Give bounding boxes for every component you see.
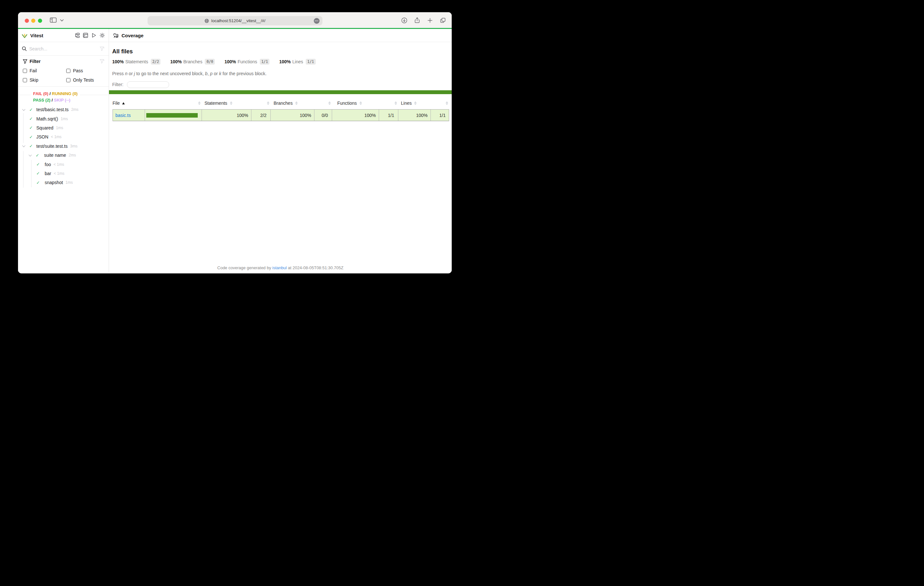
- keyboard-help-text: Press n or j to go to the next uncovered…: [112, 71, 452, 76]
- column-header-file[interactable]: File: [112, 100, 145, 106]
- tree-indent-guide: [23, 113, 23, 143]
- pass-check-icon: ✓: [35, 153, 40, 158]
- search-icon: [22, 46, 27, 51]
- summary-line-1: FAIL (0) / RUNNING (0): [33, 91, 78, 97]
- tree-item-test[interactable]: ✓ bar < 1ms: [18, 169, 109, 178]
- tree-item-test[interactable]: ✓ JSON < 1ms: [18, 132, 109, 142]
- sort-ascending-icon: [122, 102, 125, 104]
- clear-filter-icon[interactable]: [100, 59, 105, 64]
- sorter-icon: [295, 102, 298, 105]
- column-header-branches[interactable]: Branches: [271, 100, 314, 106]
- test-duration: < 1ms: [54, 171, 64, 176]
- sorter-icon: [394, 102, 397, 105]
- coverage-header: Coverage: [109, 29, 452, 42]
- downloads-button[interactable]: [401, 17, 408, 23]
- search-bar: [18, 42, 109, 56]
- coverage-bar-cell: [145, 110, 202, 121]
- test-label: JSON: [36, 134, 48, 140]
- stat-lines: 100%Lines1/1: [279, 59, 315, 64]
- clear-search-icon[interactable]: [100, 46, 105, 51]
- funnel-icon: [23, 59, 27, 64]
- column-sorter[interactable]: [314, 102, 332, 105]
- new-tab-button[interactable]: [427, 17, 433, 23]
- tree-indent-guide: [31, 160, 31, 187]
- pass-check-icon: ✓: [36, 180, 40, 185]
- column-sorter[interactable]: [431, 102, 449, 105]
- filter-fail-option[interactable]: Fail: [23, 68, 66, 73]
- tree-item-file[interactable]: ✓ test/basic.test.ts 2ms: [18, 105, 109, 114]
- branches-frac-cell: 0/0: [314, 110, 332, 121]
- test-duration: < 1ms: [53, 162, 64, 167]
- tree-item-suite[interactable]: ✓ suite name 2ms: [18, 151, 109, 160]
- fail-checkbox[interactable]: [23, 69, 27, 73]
- filter-only-tests-option[interactable]: Only Tests: [66, 77, 105, 82]
- column-sorter[interactable]: [379, 102, 398, 105]
- sorter-icon: [267, 102, 269, 105]
- page-settings-button[interactable]: •••: [314, 18, 320, 24]
- pass-check-icon: ✓: [29, 135, 33, 140]
- theme-toggle-icon[interactable]: [100, 33, 105, 38]
- only-tests-checkbox[interactable]: [66, 78, 70, 82]
- run-all-icon[interactable]: [91, 33, 96, 38]
- expand-tree-icon[interactable]: [74, 33, 80, 38]
- file-link[interactable]: basic.ts: [116, 113, 130, 118]
- column-sorter[interactable]: [251, 102, 271, 105]
- file-filter-input[interactable]: [127, 81, 169, 88]
- tree-item-test[interactable]: ✓ snapshot 1ms: [18, 178, 109, 187]
- column-header-functions[interactable]: Functions: [332, 100, 379, 106]
- test-label: bar: [45, 171, 51, 176]
- statements-pct-cell: 100%: [202, 110, 251, 121]
- tab-overview-button[interactable]: [440, 17, 446, 23]
- sorter-icon: [446, 102, 448, 105]
- run-summary: FAIL (0) / RUNNING (0) PASS (2) / SKIP (…: [18, 87, 109, 102]
- test-duration: 2ms: [68, 153, 76, 157]
- test-label: Squared: [36, 125, 53, 130]
- statements-frac-cell: 2/2: [251, 110, 271, 121]
- coverage-table-header: File Statements Branches Functions Lines: [112, 100, 449, 107]
- test-explorer-sidebar: Vitest: [18, 29, 109, 272]
- pass-checkbox[interactable]: [66, 69, 70, 73]
- test-label: foo: [45, 162, 51, 167]
- column-header-lines[interactable]: Lines: [398, 100, 431, 106]
- column-sorter[interactable]: [145, 102, 201, 105]
- maximize-window-button[interactable]: [38, 19, 42, 23]
- dashboard-icon[interactable]: [83, 33, 88, 38]
- address-bar[interactable]: localhost:51204/__vitest__/#/ •••: [148, 16, 322, 25]
- stat-branches: 100%Branches0/0: [170, 59, 215, 64]
- browser-toolbar: localhost:51204/__vitest__/#/ •••: [18, 12, 452, 29]
- file-filter-label: Filter:: [112, 82, 124, 87]
- tree-item-test[interactable]: ✓ Squared 1ms: [18, 123, 109, 132]
- only-tests-label: Only Tests: [73, 77, 94, 82]
- test-duration: 1ms: [56, 126, 63, 130]
- filter-pass-option[interactable]: Pass: [66, 68, 105, 73]
- filter-skip-option[interactable]: Skip: [23, 77, 66, 82]
- istanbul-link[interactable]: istanbul: [272, 265, 287, 270]
- tree-item-test[interactable]: ✓ foo < 1ms: [18, 160, 109, 169]
- sorter-icon: [198, 102, 201, 105]
- pass-check-icon: ✓: [36, 171, 40, 176]
- tree-item-test[interactable]: ✓ Math.sqrt() 1ms: [18, 114, 109, 123]
- collapse-chevron-icon[interactable]: [21, 145, 25, 147]
- share-button[interactable]: [414, 17, 420, 23]
- test-duration: 1ms: [61, 117, 68, 121]
- tree-item-file[interactable]: ✓ test/suite.test.ts 3ms: [18, 142, 109, 151]
- coverage-stats: 100%Statements2/2 100%Branches0/0 100%Fu…: [112, 59, 452, 64]
- lines-frac-cell: 1/1: [431, 110, 449, 121]
- test-tree: ✓ test/basic.test.ts 2ms ✓ Math.sqrt() 1…: [18, 102, 109, 272]
- search-input[interactable]: [29, 46, 97, 51]
- collapse-chevron-icon[interactable]: [21, 109, 25, 111]
- coverage-status-bar: [109, 90, 452, 94]
- sidebar-header: Vitest: [18, 29, 109, 42]
- branches-pct-cell: 100%: [271, 110, 314, 121]
- sorter-icon: [328, 102, 331, 105]
- coverage-table-row: basic.ts 100% 2/2 100% 0/0 100% 1/1 100%…: [112, 109, 449, 121]
- minimize-window-button[interactable]: [31, 19, 35, 23]
- close-window-button[interactable]: [25, 19, 29, 23]
- test-duration: 3ms: [70, 144, 78, 148]
- column-header-statements[interactable]: Statements: [201, 100, 251, 106]
- chevron-down-icon[interactable]: [60, 19, 64, 21]
- sidebar-toggle-icon[interactable]: [50, 17, 56, 23]
- sorter-icon: [414, 102, 417, 105]
- collapse-chevron-icon[interactable]: [28, 154, 32, 156]
- skip-checkbox[interactable]: [23, 78, 27, 82]
